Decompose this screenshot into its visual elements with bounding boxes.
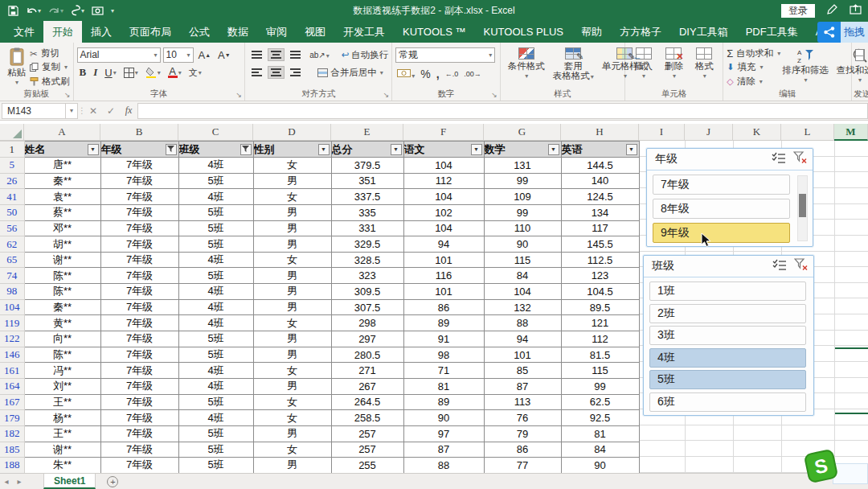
cell[interactable]: 邓** — [24, 220, 100, 236]
filter-dropdown-icon[interactable]: ▼ — [548, 144, 559, 155]
name-box[interactable]: M143 — [2, 103, 66, 119]
cell[interactable]: 297 — [331, 331, 403, 347]
cell[interactable]: 唐** — [24, 158, 100, 174]
cell[interactable]: 255 — [331, 458, 403, 473]
cell[interactable]: 7年级 — [100, 347, 178, 363]
row-header-182[interactable]: 182 — [0, 425, 24, 442]
cell[interactable]: 112 — [403, 173, 484, 189]
column-header-L[interactable]: L — [781, 124, 834, 141]
filter-dropdown-icon[interactable]: ▼ — [318, 144, 330, 155]
multi-select-icon[interactable] — [772, 259, 787, 273]
cell[interactable]: 104 — [403, 158, 484, 174]
cell[interactable]: 7年级 — [100, 458, 178, 473]
cell[interactable]: 87 — [403, 442, 484, 458]
cell[interactable]: 杨** — [24, 410, 100, 426]
cell[interactable]: 145.5 — [561, 236, 639, 253]
number-format-combo[interactable]: 常规▾ — [395, 47, 495, 63]
row-header-185[interactable]: 185 — [0, 442, 24, 458]
cell[interactable]: 7年级 — [100, 394, 178, 410]
cell[interactable]: 131 — [484, 158, 561, 174]
ribbon-tab-方方格子[interactable]: 方方格子 — [611, 21, 670, 43]
cell[interactable]: 男 — [253, 299, 331, 315]
cell[interactable]: 7年级 — [100, 158, 178, 174]
autosum-button[interactable]: Σ自动求和▾ — [727, 47, 778, 60]
cell[interactable]: 99 — [484, 204, 561, 220]
cell[interactable]: 朱** — [24, 458, 100, 473]
cell[interactable]: 101 — [403, 252, 484, 268]
cell[interactable]: 7年级 — [100, 315, 178, 331]
cell[interactable]: 王** — [24, 425, 100, 442]
cell[interactable]: 267 — [331, 378, 403, 394]
cell[interactable]: 7年级 — [100, 268, 178, 284]
cell[interactable]: 5班 — [178, 220, 253, 236]
column-header-E[interactable]: E — [331, 124, 403, 141]
cell[interactable]: 4班 — [178, 189, 253, 205]
cell[interactable]: 89.5 — [561, 299, 639, 315]
cell[interactable]: 4班 — [178, 315, 253, 331]
font-dialog-launcher[interactable]: ↘ — [236, 91, 243, 99]
cell[interactable]: 90 — [484, 236, 561, 253]
cell[interactable]: 328.5 — [331, 252, 403, 268]
cell[interactable]: 132 — [484, 299, 561, 315]
cell[interactable]: 男 — [253, 425, 331, 442]
cell[interactable]: 90 — [403, 410, 484, 426]
percent-style-button[interactable]: % — [420, 68, 430, 80]
filter-funnel-icon[interactable] — [240, 144, 252, 155]
cell[interactable]: 117 — [561, 220, 639, 236]
cell[interactable]: 92.5 — [561, 410, 639, 426]
formula-input[interactable] — [137, 103, 868, 119]
column-header-H[interactable]: H — [561, 124, 639, 141]
cell[interactable]: 97 — [403, 425, 484, 442]
cell[interactable]: 379.5 — [331, 158, 403, 174]
cell[interactable]: 5班 — [178, 347, 253, 363]
cell[interactable]: 102 — [403, 204, 484, 220]
cell[interactable]: 144.5 — [561, 158, 639, 174]
row-header-104[interactable]: 104 — [0, 299, 24, 315]
filter-funnel-icon[interactable] — [166, 144, 177, 155]
slicer-item-7年级[interactable]: 7年级 — [653, 175, 790, 195]
table-header-性别[interactable]: 性别▼ — [253, 142, 331, 158]
cell[interactable]: 7年级 — [100, 204, 178, 220]
copy-button[interactable]: 复制▾ — [30, 61, 70, 73]
cell[interactable]: 5班 — [178, 394, 253, 410]
merge-center-button[interactable]: 合并后居中▾ — [317, 65, 383, 80]
cell[interactable]: 王** — [24, 394, 100, 410]
cell[interactable]: 男 — [253, 331, 331, 347]
cell[interactable]: 87 — [484, 378, 561, 394]
delete-cells-button[interactable]: ✕ 删除▾ — [661, 46, 687, 88]
cell[interactable]: 121 — [561, 315, 639, 331]
cell[interactable]: 5班 — [178, 331, 253, 347]
table-header-英语[interactable]: 英语▼ — [561, 142, 639, 158]
ribbon-tab-页面布局[interactable]: 页面布局 — [121, 21, 180, 43]
cell[interactable]: 85 — [484, 363, 561, 379]
italic-button[interactable]: I — [91, 64, 100, 80]
conditional-formatting-button[interactable]: 条件格式▾ — [504, 46, 549, 88]
row-header-146[interactable]: 146 — [0, 347, 24, 363]
cell[interactable]: 84 — [484, 268, 561, 284]
underline-button[interactable]: U▾ — [102, 64, 118, 80]
scrollbar-thumb[interactable] — [799, 194, 806, 217]
cancel-icon[interactable]: ✕ — [84, 105, 102, 117]
align-bottom-button[interactable] — [287, 48, 304, 61]
cell[interactable]: 123 — [561, 268, 639, 284]
share-window-icon[interactable] — [850, 3, 862, 18]
cell[interactable]: 女 — [253, 158, 331, 174]
slicer-grade[interactable]: 年级 7年级8年级9年级 — [646, 148, 813, 247]
cell[interactable]: 81.5 — [561, 347, 639, 363]
sheet-nav-prev[interactable]: ◂ — [0, 477, 13, 486]
slicer-class[interactable]: 班级 1班2班3班4班5班6班 — [643, 255, 814, 416]
cell[interactable]: 陈** — [24, 268, 100, 284]
cell[interactable]: 98 — [403, 347, 484, 363]
cell[interactable]: 89 — [403, 315, 484, 331]
ribbon-tab-公式[interactable]: 公式 — [180, 21, 219, 43]
row-header-167[interactable]: 167 — [0, 394, 24, 410]
row-header-41[interactable]: 41 — [0, 189, 24, 205]
cell[interactable]: 88 — [484, 315, 561, 331]
cell[interactable]: 264.5 — [331, 394, 403, 410]
cell[interactable]: 女 — [253, 394, 331, 410]
cell[interactable]: 94 — [403, 236, 484, 253]
table-header-总分[interactable]: 总分▼ — [331, 142, 403, 158]
cell[interactable]: 7年级 — [100, 236, 178, 253]
font-size-combo[interactable]: 10▾ — [163, 47, 194, 63]
ribbon-tab-插入[interactable]: 插入 — [82, 21, 121, 43]
